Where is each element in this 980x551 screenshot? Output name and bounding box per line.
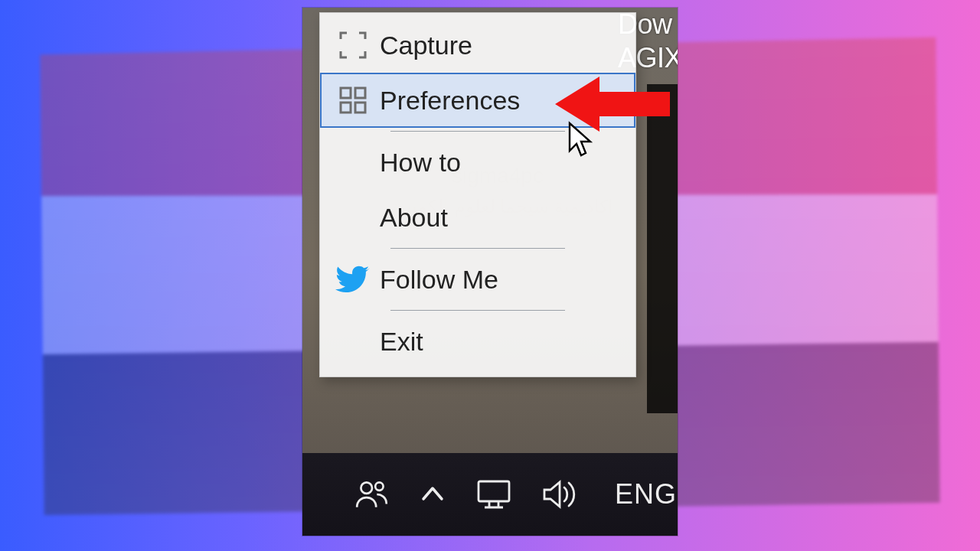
desktop-dark-strip [647, 84, 678, 413]
menu-separator [390, 310, 565, 311]
menu-separator [390, 131, 565, 132]
menu-item-exit[interactable]: Exit [320, 314, 635, 369]
menu-item-label: How to [380, 148, 461, 178]
menu-item-label: Follow Me [380, 265, 498, 295]
svg-rect-0 [341, 88, 351, 98]
chevron-up-icon[interactable] [417, 479, 448, 510]
menu-separator [390, 248, 565, 249]
menu-item-label: About [380, 203, 448, 233]
screenshot-frame: sigma4pc اكاديمية سيجما لعلوم الكمبيوتر … [302, 8, 678, 536]
menu-item-follow[interactable]: Follow Me [320, 252, 635, 307]
menu-item-label: Capture [380, 31, 472, 60]
menu-item-howto[interactable]: How to [320, 135, 635, 190]
menu-item-label: Exit [380, 327, 423, 357]
twitter-icon [326, 262, 380, 297]
svg-rect-2 [341, 103, 351, 112]
menu-item-label: Preferences [380, 86, 520, 116]
svg-rect-7 [479, 481, 509, 501]
svg-rect-1 [355, 88, 365, 98]
menu-item-about[interactable]: About [320, 190, 635, 245]
grid-icon [326, 83, 380, 117]
menu-item-capture[interactable]: Capture [320, 18, 635, 73]
tray-context-menu: Capture Preferences How to About Follow … [319, 12, 636, 377]
people-icon[interactable] [353, 475, 391, 514]
svg-point-6 [375, 482, 383, 490]
svg-rect-3 [355, 103, 365, 112]
svg-point-5 [361, 482, 372, 494]
windows-taskbar: ENG [302, 453, 678, 536]
speaker-icon[interactable] [540, 477, 580, 512]
language-indicator[interactable]: ENG [615, 478, 677, 510]
menu-item-preferences[interactable]: Preferences [320, 73, 635, 128]
capture-icon [326, 28, 380, 62]
action-center-icon[interactable] [474, 477, 514, 512]
